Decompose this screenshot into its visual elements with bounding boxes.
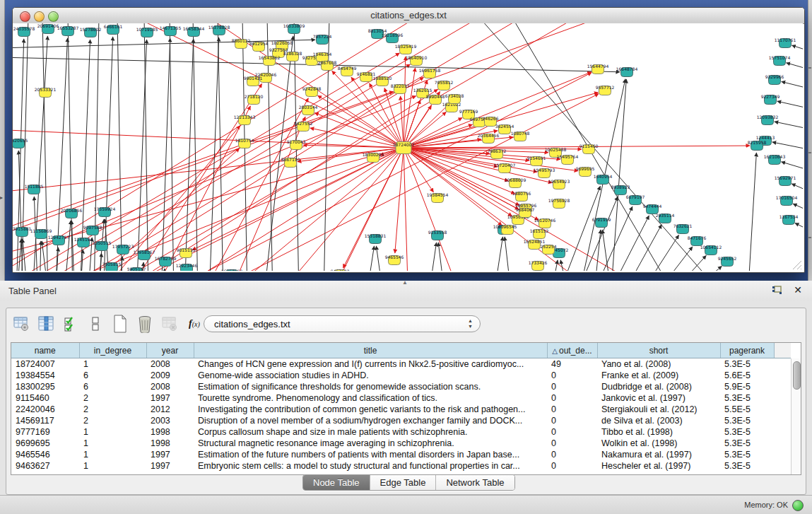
graph-edge[interactable] [310,128,404,148]
close-panel-icon[interactable]: ✕ [794,284,802,296]
table-cell: 0 [547,449,597,460]
tab-network-table[interactable]: Network Table [436,475,514,490]
graph-edge[interactable] [782,162,803,170]
graph-edge[interactable] [324,148,404,271]
table-cell: 5.3E-5 [720,438,774,449]
graph-edge[interactable] [683,266,722,271]
tab-node-table[interactable]: Node Table [303,475,370,490]
graph-edge[interactable] [161,269,165,271]
table-row[interactable]: 969969511998Structural magnetic resonanc… [11,438,791,449]
column-header-in_degree[interactable]: in_degree [79,343,146,358]
graph-edge[interactable] [793,204,803,211]
graph-edge[interactable] [13,129,404,148]
table-cell: 5.9E-5 [720,381,774,392]
graph-edge[interactable] [666,255,706,271]
graph-edge[interactable] [775,122,803,129]
citation-graph[interactable]: 2403557820691406165532871527860264661611… [13,23,803,271]
graph-edge[interactable] [594,230,601,271]
panel-splitter-arrow-icon[interactable]: ▲ [402,280,408,286]
graph-edge[interactable] [428,243,437,271]
graph-edge[interactable] [64,221,71,271]
splitter-dash-icon [808,67,811,69]
graph-edge[interactable] [376,246,384,271]
table-row[interactable]: 946362711997Embryonic stem cells: a mode… [11,460,791,472]
graph-edge[interactable] [591,206,632,271]
graph-edge[interactable] [792,45,803,52]
table-cell [774,449,791,460]
row-height-icon[interactable] [86,315,105,333]
float-panel-icon[interactable] [772,286,782,296]
graph-edge[interactable] [611,79,626,271]
graph-edge[interactable] [493,237,502,271]
graph-edge[interactable] [637,235,679,271]
graph-node-label: 7857224 [313,34,332,39]
network-canvas[interactable]: 2403557820691406165532871527860264661611… [13,23,803,271]
graph-edge[interactable] [80,40,90,271]
table-row[interactable]: 1830029562008Estimation of significance … [11,381,791,392]
table-cell [774,438,791,449]
graph-edge[interactable] [748,153,756,271]
table-cell: 19384554 [11,370,79,381]
graph-edge[interactable] [34,23,536,271]
graph-node-label: 8322037 [391,83,410,88]
table-cell: 9463627 [11,460,79,472]
network-file-select[interactable]: citations_edges.txt ▲▼ [204,315,481,332]
table-scrollbar[interactable] [791,358,801,474]
delete-table-icon[interactable] [160,315,179,333]
graph-edge[interactable] [318,95,404,148]
table-cell: 0 [547,438,597,449]
graph-edge[interactable] [404,146,750,148]
graph-edge[interactable] [782,81,803,89]
node-table: namein_degreeyeartitle△out_de...shortpag… [11,342,801,475]
graph-edge[interactable] [550,260,558,271]
table-cell: 1 [79,438,146,449]
column-header-pagerank[interactable]: pagerank [720,343,774,358]
column-header-out_de[interactable]: △out_de... [547,343,597,358]
graph-edge[interactable] [505,237,512,271]
graph-edge[interactable] [147,106,250,271]
graph-edge[interactable] [90,126,240,271]
function-builder-icon[interactable]: f(x) [185,315,204,333]
graph-edge[interactable] [13,96,416,271]
table-cell [774,392,791,404]
graph-edge[interactable] [606,216,649,271]
table-row[interactable]: 977716911998Corpus callosum shape and si… [11,426,791,438]
tab-edge-table[interactable]: Edge Table [370,475,437,490]
graph-edge[interactable] [792,184,803,192]
table-row[interactable]: 911546021997Tourette syndrome. Phenomeno… [11,392,791,404]
new-document-icon[interactable] [111,315,129,333]
graph-edge[interactable] [184,39,194,271]
table-row[interactable]: 1456911722003Disruption of a novel membe… [11,415,791,426]
graph-edge[interactable] [795,223,803,230]
graph-edge[interactable] [13,53,399,271]
checkbox-list-icon[interactable] [61,315,80,333]
left-splitter[interactable]: ▸ [0,0,5,281]
delete-trash-icon[interactable] [136,315,154,333]
graph-edge[interactable] [772,142,803,150]
table-row[interactable]: 946554611997Estimation of the future num… [11,449,791,460]
graph-edge[interactable] [404,148,408,271]
column-select-icon[interactable] [37,315,55,333]
graph-edge[interactable] [366,246,374,271]
window-titlebar[interactable]: citations_edges.txt [13,8,804,24]
splitter-collapse-arrow-icon[interactable]: ▸ [0,195,3,201]
graph-edge[interactable] [777,101,803,109]
table-row[interactable]: 1872400712008Changes of HCN gene express… [11,358,791,370]
graph-edge[interactable] [575,197,618,271]
right-splitter[interactable] [808,0,812,281]
table-row[interactable]: 1938455462009Genome-wide association stu… [11,370,791,381]
table-scrollbar-thumb[interactable] [793,361,801,390]
table-settings-icon[interactable] [12,315,30,333]
column-header-year[interactable]: year [146,343,194,358]
graph-edge[interactable] [193,23,198,271]
graph-edge[interactable] [209,37,219,271]
graph-edge[interactable] [395,148,404,253]
table-row[interactable]: 2242004622012Investigating the contribut… [11,404,791,415]
column-header-short[interactable]: short [597,343,720,358]
select-arrows-icon: ▲▼ [468,318,473,329]
graph-edge[interactable] [13,148,404,193]
graph-edge[interactable] [103,37,113,271]
graph-edge[interactable] [787,63,803,70]
column-header-title[interactable]: title [194,343,547,358]
column-header-name[interactable]: name [11,343,79,358]
